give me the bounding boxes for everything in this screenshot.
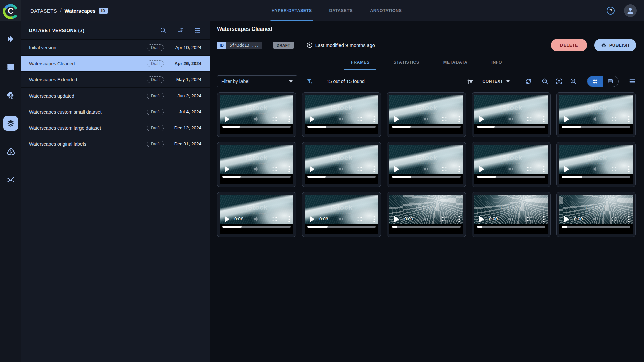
fullscreen-icon[interactable] (527, 216, 532, 222)
fit-to-screen-icon[interactable] (555, 78, 563, 85)
pipelines-icon[interactable] (3, 172, 18, 187)
video-menu-icon[interactable] (288, 166, 290, 172)
play-icon[interactable] (309, 116, 315, 122)
zoom-out-icon[interactable] (541, 78, 549, 85)
video-frame-card[interactable]: iStock by Getty Images (387, 92, 466, 137)
video-progress-bar[interactable] (562, 176, 630, 178)
video-progress-bar[interactable] (392, 226, 461, 228)
zoom-in-icon[interactable] (570, 78, 577, 85)
filter-icon[interactable] (306, 78, 313, 85)
play-icon[interactable] (224, 166, 230, 172)
video-frame-card[interactable]: iStock by Getty Images 0:08 (217, 192, 296, 237)
sort-icon[interactable] (177, 27, 184, 34)
video-frame-card[interactable]: iStock by Getty Images (556, 92, 636, 137)
video-menu-icon[interactable] (628, 166, 630, 172)
fullscreen-icon[interactable] (611, 216, 617, 222)
volume-icon[interactable] (338, 166, 345, 172)
video-menu-icon[interactable] (458, 166, 460, 172)
tab-info[interactable]: INFO (489, 55, 505, 70)
video-frame-card[interactable]: iStock by Getty Images 0:00 (472, 192, 551, 237)
video-menu-icon[interactable] (543, 166, 545, 172)
play-icon[interactable] (479, 116, 485, 122)
video-menu-icon[interactable] (373, 116, 375, 122)
play-icon[interactable] (479, 166, 485, 172)
volume-icon[interactable] (253, 116, 260, 122)
fullscreen-icon[interactable] (442, 216, 447, 222)
data-management-icon[interactable] (3, 88, 18, 103)
fullscreen-icon[interactable] (357, 216, 362, 222)
topbar-tab-datasets[interactable]: DATASETS (329, 0, 353, 21)
breadcrumb-root[interactable]: DATASETS (30, 8, 57, 14)
help-icon[interactable]: ? (606, 6, 615, 15)
play-icon[interactable] (224, 216, 230, 222)
dataset-version-row[interactable]: Waterscapes custom large dataset Draft D… (21, 120, 210, 136)
volume-icon[interactable] (593, 116, 599, 122)
fullscreen-icon[interactable] (272, 216, 277, 222)
play-icon[interactable] (394, 116, 400, 122)
dataset-id-chip[interactable]: ID 5f43dd13 ... (217, 42, 262, 49)
fullscreen-icon[interactable] (357, 116, 362, 122)
video-frame-card[interactable]: iStock by Getty Images (556, 142, 636, 187)
video-menu-icon[interactable] (288, 116, 290, 122)
fullscreen-icon[interactable] (527, 166, 532, 172)
video-frame-card[interactable]: iStock by Getty Images 0:08 (302, 192, 381, 237)
video-progress-bar[interactable] (222, 226, 291, 228)
tab-metadata[interactable]: METADATA (441, 55, 470, 70)
video-progress-bar[interactable] (562, 126, 630, 128)
play-icon[interactable] (564, 166, 570, 172)
volume-icon[interactable] (423, 116, 430, 122)
volume-icon[interactable] (508, 116, 515, 122)
video-frame-card[interactable]: iStock by Getty Images (472, 92, 551, 137)
volume-icon[interactable] (508, 166, 515, 172)
play-icon[interactable] (394, 216, 400, 222)
play-icon[interactable] (564, 116, 570, 122)
grid-view-toggle[interactable] (587, 76, 603, 87)
fullscreen-icon[interactable] (272, 116, 277, 122)
search-icon[interactable] (160, 27, 167, 34)
fullscreen-icon[interactable] (611, 116, 617, 122)
volume-icon[interactable] (593, 166, 599, 172)
workers-queues-icon[interactable] (3, 60, 18, 74)
datasets-icon[interactable] (3, 116, 18, 131)
video-frame-card[interactable]: iStock by Getty Images (302, 142, 381, 187)
video-menu-icon[interactable] (543, 116, 545, 122)
video-frame-card[interactable]: iStock by Getty Images 0:00 (556, 192, 636, 237)
video-progress-bar[interactable] (477, 226, 545, 228)
publish-button[interactable]: PUBLISH (594, 39, 636, 51)
video-frame-card[interactable]: iStock by Getty Images (217, 142, 296, 187)
sort-ascending-icon[interactable] (467, 78, 474, 85)
table-view-toggle[interactable] (603, 76, 618, 87)
models-icon[interactable] (3, 144, 18, 159)
refresh-icon[interactable] (525, 78, 532, 85)
video-progress-bar[interactable] (222, 176, 291, 178)
dataset-version-row[interactable]: Waterscapes Cleaned Draft Apr 26, 2024 (21, 56, 210, 72)
video-frame-card[interactable]: iStock by Getty Images 0:00 (387, 192, 466, 237)
context-dropdown[interactable]: CONTEXT (482, 79, 510, 84)
play-icon[interactable] (309, 166, 315, 172)
video-progress-bar[interactable] (562, 226, 630, 228)
delete-button[interactable]: DELETE (551, 39, 587, 51)
video-progress-bar[interactable] (477, 176, 545, 178)
getting-started-icon[interactable] (3, 32, 18, 46)
video-progress-bar[interactable] (392, 126, 461, 128)
topbar-tab-hyper-datasets[interactable]: HYPER-DATASETS (272, 0, 312, 21)
fullscreen-icon[interactable] (357, 166, 362, 172)
fullscreen-icon[interactable] (272, 166, 277, 172)
video-menu-icon[interactable] (288, 216, 290, 222)
dataset-version-row[interactable]: Initial version Draft Apr 10, 2024 (21, 40, 210, 56)
play-icon[interactable] (479, 216, 485, 222)
video-progress-bar[interactable] (307, 126, 376, 128)
volume-icon[interactable] (423, 216, 430, 222)
video-frame-card[interactable]: iStock by Getty Images (387, 142, 466, 187)
video-progress-bar[interactable] (307, 176, 376, 178)
play-icon[interactable] (224, 116, 230, 122)
video-menu-icon[interactable] (373, 166, 375, 172)
video-frame-card[interactable]: iStock by Getty Images (302, 92, 381, 137)
play-icon[interactable] (564, 216, 570, 222)
video-progress-bar[interactable] (222, 126, 291, 128)
video-frame-card[interactable]: iStock by Getty Images (472, 142, 551, 187)
filter-by-label-select[interactable]: Filter by label (217, 75, 297, 87)
video-frame-card[interactable]: iStock by Getty Images (217, 92, 296, 137)
video-progress-bar[interactable] (392, 176, 461, 178)
user-avatar[interactable] (624, 4, 637, 17)
